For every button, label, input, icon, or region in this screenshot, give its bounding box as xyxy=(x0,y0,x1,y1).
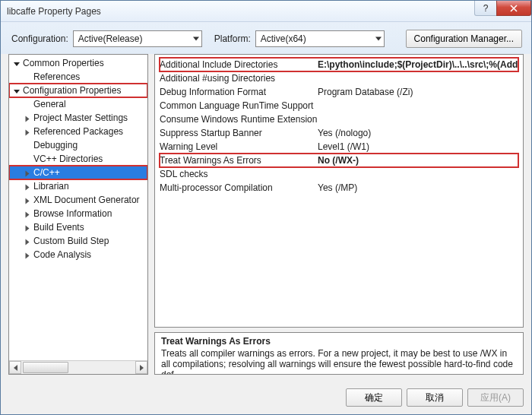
property-name: Common Language RunTime Support xyxy=(160,100,318,111)
collapse-icon[interactable] xyxy=(12,87,21,95)
titlebar: libcaffe Property Pages ? xyxy=(1,1,531,22)
tree-item-label: Project Master Settings xyxy=(32,112,128,123)
ok-button[interactable]: 确定 xyxy=(346,388,402,407)
property-name: Treat Warnings As Errors xyxy=(160,155,318,166)
scroll-track[interactable] xyxy=(21,361,135,374)
property-name: Multi-processor Compilation xyxy=(160,182,318,193)
expand-icon[interactable] xyxy=(23,237,32,246)
arrow-right-icon xyxy=(140,365,144,371)
tree-item-label: General xyxy=(32,99,66,109)
tree-item[interactable]: Build Events xyxy=(9,220,147,234)
collapse-icon[interactable] xyxy=(12,59,21,68)
apply-button[interactable]: 应用(A) xyxy=(467,388,524,407)
tree-item-label: XML Document Generator xyxy=(32,195,140,205)
arrow-left-icon xyxy=(14,365,17,371)
dialog-body: Common PropertiesReferencesConfiguration… xyxy=(1,54,531,382)
tree-item-label: Code Analysis xyxy=(32,249,91,260)
property-row[interactable]: Suppress Startup BannerYes (/nologo) xyxy=(160,126,518,140)
property-grid[interactable]: Additional Include DirectoriesE:\python\… xyxy=(154,54,524,328)
tree-item[interactable]: Librarian xyxy=(9,179,147,193)
tree-item[interactable]: Custom Build Step xyxy=(9,234,147,248)
tree-item-label: Referenced Packages xyxy=(32,126,123,137)
property-value[interactable]: Level1 (/W1) xyxy=(318,141,518,152)
tree-item-label: Configuration Properties xyxy=(21,85,121,96)
tree-item-label: Debugging xyxy=(32,140,78,150)
right-panel: Additional Include DirectoriesE:\python\… xyxy=(154,54,524,375)
tree-item[interactable]: Referenced Packages xyxy=(9,125,147,138)
property-row[interactable]: Additional #using Directories xyxy=(160,71,518,85)
description-pane: Treat Warnings As Errors Treats all comp… xyxy=(154,332,524,375)
property-value[interactable]: No (/WX-) xyxy=(318,155,518,166)
configuration-dropdown[interactable]: Active(Release) xyxy=(73,30,202,47)
tree-item[interactable]: Configuration Properties xyxy=(9,84,147,97)
property-grid-inner: Additional Include DirectoriesE:\python\… xyxy=(155,55,523,198)
tree-item[interactable]: Code Analysis xyxy=(9,248,147,261)
tree-item[interactable]: References xyxy=(9,70,147,84)
property-row[interactable]: Additional Include DirectoriesE:\python\… xyxy=(160,58,518,71)
tree-item-label: Build Events xyxy=(32,222,84,233)
scroll-left-button[interactable] xyxy=(9,361,21,374)
tree-item[interactable]: Browse Information xyxy=(9,207,147,220)
expand-icon[interactable] xyxy=(23,251,32,259)
tree-item[interactable]: VC++ Directories xyxy=(9,152,147,166)
tree-hscrollbar[interactable] xyxy=(9,360,147,374)
tree-item[interactable]: Debugging xyxy=(9,138,147,152)
configuration-manager-button[interactable]: Configuration Manager... xyxy=(406,30,522,48)
expand-icon[interactable] xyxy=(23,128,32,136)
property-value[interactable]: Yes (/MP) xyxy=(318,182,518,193)
close-button[interactable] xyxy=(496,1,531,16)
property-name: Debug Information Format xyxy=(160,87,318,97)
expand-icon[interactable] xyxy=(23,182,32,191)
help-button[interactable]: ? xyxy=(474,1,497,16)
property-name: SDL checks xyxy=(160,169,318,179)
tree-item-label: References xyxy=(32,71,80,82)
tree-item[interactable]: General xyxy=(9,97,147,111)
scroll-thumb[interactable] xyxy=(23,362,68,373)
dialog-buttons: 确定 取消 应用(A) xyxy=(1,382,531,414)
configuration-label: Configuration: xyxy=(11,33,68,44)
property-name: Consume Windows Runtime Extension xyxy=(160,114,318,125)
tree-item-label: Librarian xyxy=(32,181,69,192)
expand-icon[interactable] xyxy=(23,114,32,122)
property-name: Additional #using Directories xyxy=(160,73,318,84)
property-value[interactable]: Yes (/nologo) xyxy=(318,128,518,138)
tree-item-label: VC++ Directories xyxy=(32,154,103,164)
property-pages-window: libcaffe Property Pages ? Configuration:… xyxy=(0,0,532,415)
expand-icon[interactable] xyxy=(23,169,32,177)
scroll-right-button[interactable] xyxy=(135,361,147,374)
platform-label: Platform: xyxy=(214,33,251,44)
property-row[interactable]: Warning LevelLevel1 (/W1) xyxy=(160,140,518,154)
configuration-value: Active(Release) xyxy=(78,33,143,44)
property-row[interactable]: Treat Warnings As ErrorsNo (/WX-) xyxy=(160,154,518,167)
tree-item[interactable]: Common Properties xyxy=(9,56,147,70)
expand-icon[interactable] xyxy=(23,223,32,232)
chevron-down-icon xyxy=(193,37,199,41)
property-row[interactable]: Common Language RunTime Support xyxy=(160,99,518,112)
expand-icon[interactable] xyxy=(23,210,32,218)
expand-icon[interactable] xyxy=(23,196,32,204)
close-icon xyxy=(510,5,518,12)
property-value[interactable]: Program Database (/Zi) xyxy=(318,87,518,97)
property-row[interactable]: Debug Information FormatProgram Database… xyxy=(160,85,518,99)
help-icon: ? xyxy=(483,3,489,14)
window-title: libcaffe Property Pages xyxy=(7,6,475,17)
tree-panel: Common PropertiesReferencesConfiguration… xyxy=(8,54,148,375)
tree-item[interactable]: XML Document Generator xyxy=(9,193,147,207)
tree-item[interactable]: Project Master Settings xyxy=(9,111,147,125)
property-row[interactable]: SDL checks xyxy=(160,167,518,181)
config-toolbar: Configuration: Active(Release) Platform:… xyxy=(1,22,531,54)
description-body: Treats all compiler warnings as errors. … xyxy=(161,348,517,375)
property-name: Suppress Startup Banner xyxy=(160,128,318,138)
property-row[interactable]: Consume Windows Runtime Extension xyxy=(160,112,518,126)
cancel-button[interactable]: 取消 xyxy=(407,388,463,407)
property-row[interactable]: Multi-processor CompilationYes (/MP) xyxy=(160,181,518,195)
window-controls: ? xyxy=(475,1,531,21)
property-value[interactable]: E:\python\include;$(ProjectDir)\..\..\sr… xyxy=(318,59,518,70)
property-tree[interactable]: Common PropertiesReferencesConfiguration… xyxy=(9,55,147,360)
property-name: Warning Level xyxy=(160,141,318,152)
property-name: Additional Include Directories xyxy=(160,59,318,70)
tree-item-label: Custom Build Step xyxy=(32,236,109,246)
tree-item[interactable]: C/C++ xyxy=(9,166,147,179)
platform-dropdown[interactable]: Active(x64) xyxy=(255,30,385,47)
tree-item-label: Common Properties xyxy=(21,58,104,68)
